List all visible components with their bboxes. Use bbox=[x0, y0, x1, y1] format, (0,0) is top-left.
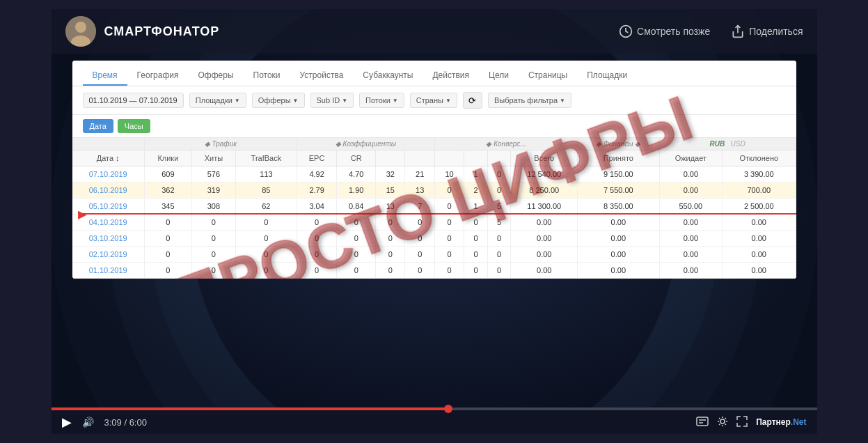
table-row: 07.10.2019 609 576 113 4.92 4.70 32 21 1… bbox=[72, 166, 796, 182]
table-row: 05.10.2019 345 308 62 3.04 0.84 13 7 0 1… bbox=[72, 199, 796, 215]
cursor-line bbox=[79, 213, 796, 215]
countries-filter[interactable]: Страны bbox=[410, 93, 457, 108]
table-col-header-row: Дата ↕ Клики Хиты TrafBack EPC CR Всего bbox=[72, 150, 796, 166]
th-c3 bbox=[434, 150, 464, 166]
header-actions: Смотреть позже Поделиться bbox=[619, 24, 803, 38]
th-accepted: Принято bbox=[578, 150, 660, 166]
share-button[interactable]: Поделиться bbox=[731, 24, 803, 38]
date-button[interactable]: Дата bbox=[83, 119, 113, 133]
share-icon bbox=[731, 24, 745, 38]
tab-platforms[interactable]: Площадки bbox=[577, 66, 637, 86]
tab-subaccounts[interactable]: Субаккаунты bbox=[353, 66, 423, 86]
tab-time[interactable]: Время bbox=[83, 66, 127, 86]
svg-point-1 bbox=[75, 22, 86, 33]
refresh-button[interactable]: ⟳ bbox=[463, 92, 482, 109]
cursor-arrow: ▶ bbox=[78, 208, 86, 221]
time-display: 3:09 / 6:00 bbox=[104, 417, 147, 428]
col-group-traffic: ◆ Трафик bbox=[144, 138, 297, 150]
col-group-conversions: ◆ Конверс... bbox=[434, 138, 577, 150]
table-group-header-row: ◆ Трафик ◆ Коэффициенты ◆ Конверс... ◆ Ф… bbox=[72, 138, 796, 150]
th-trafback: TrafBack bbox=[235, 150, 297, 166]
col-group-finances: ◆ Финансы ◆ bbox=[578, 138, 660, 150]
controls-row: ▶ 🔊 3:09 / 6:00 bbox=[52, 410, 817, 434]
th-hits: Хиты bbox=[191, 150, 235, 166]
th-c4 bbox=[464, 150, 488, 166]
share-label: Поделиться bbox=[749, 26, 803, 37]
settings-button[interactable] bbox=[717, 416, 728, 429]
subid-filter[interactable]: Sub ID bbox=[310, 93, 354, 108]
table-container: ▶ ◆ Трафик ◆ Коэффициенты ◆ Конверс... ◆… bbox=[72, 138, 796, 279]
channel-info: СМАРТФОНАТОР bbox=[65, 16, 220, 47]
video-header: СМАРТФОНАТОР Смотреть позже Поделиться bbox=[52, 9, 817, 54]
video-player: СМАРТФОНАТОР Смотреть позже Поделиться bbox=[52, 9, 817, 434]
table-row: 01.10.2019 0 0 0 0 0 0 0 0 0 0 0.00 bbox=[72, 263, 796, 279]
channel-name: СМАРТФОНАТОР bbox=[104, 24, 220, 39]
date-toggle-bar: Дата Часы bbox=[72, 115, 796, 138]
platforms-filter[interactable]: Площадки bbox=[189, 93, 246, 108]
th-cr: CR bbox=[337, 150, 376, 166]
data-table: ◆ Трафик ◆ Коэффициенты ◆ Конверс... ◆ Ф… bbox=[72, 138, 796, 279]
col-group-empty bbox=[72, 138, 145, 150]
hours-button[interactable]: Часы bbox=[118, 119, 150, 133]
tab-pages[interactable]: Страницы bbox=[519, 66, 577, 86]
date-range-picker[interactable]: 01.10.2019 — 07.10.2019 bbox=[83, 93, 184, 108]
fullscreen-button[interactable] bbox=[736, 416, 748, 429]
svg-rect-5 bbox=[697, 417, 708, 426]
th-clicks: Клики bbox=[144, 150, 191, 166]
tab-actions[interactable]: Действия bbox=[423, 66, 479, 86]
tab-goals[interactable]: Цели bbox=[479, 66, 519, 86]
nav-tabs: Время География Офферы Потоки Устройства… bbox=[72, 61, 796, 86]
col-group-currency: RUB USD bbox=[659, 138, 796, 150]
tab-geography[interactable]: География bbox=[127, 66, 189, 86]
avatar bbox=[65, 16, 96, 47]
th-c2 bbox=[405, 150, 434, 166]
progress-fill bbox=[52, 407, 450, 410]
tab-devices[interactable]: Устройства bbox=[290, 66, 354, 86]
controls-right: Партнер.Net bbox=[696, 416, 806, 429]
col-group-coefficients: ◆ Коэффициенты bbox=[297, 138, 434, 150]
screen-capture: Время География Офферы Потоки Устройства… bbox=[72, 61, 796, 279]
select-filter[interactable]: Выбрать фильтра bbox=[488, 93, 571, 108]
site-watermark: Партнер.Net bbox=[756, 417, 806, 427]
streams-filter[interactable]: Потоки bbox=[359, 93, 404, 108]
svg-point-8 bbox=[720, 419, 725, 423]
offers-filter[interactable]: Офферы bbox=[252, 93, 305, 108]
watch-later-label: Смотреть позже bbox=[637, 26, 710, 37]
table-row: 02.10.2019 0 0 0 0 0 0 0 0 0 0 0.00 bbox=[72, 247, 796, 263]
controls-left: ▶ 🔊 3:09 / 6:00 bbox=[62, 414, 147, 430]
th-c5 bbox=[487, 150, 511, 166]
th-c1 bbox=[376, 150, 405, 166]
th-pending: Ожидает bbox=[659, 150, 723, 166]
table-row: 03.10.2019 0 0 0 0 0 0 0 0 0 0 0.00 bbox=[72, 231, 796, 247]
th-epc: EPC bbox=[297, 150, 336, 166]
table-row: 06.10.2019 362 319 85 2.79 1.90 15 13 0 … bbox=[72, 182, 796, 199]
clock-icon bbox=[619, 24, 633, 38]
watch-later-button[interactable]: Смотреть позже bbox=[619, 24, 710, 38]
th-total: Всего bbox=[511, 150, 578, 166]
th-date: Дата ↕ bbox=[72, 150, 145, 166]
volume-button[interactable]: 🔊 bbox=[82, 417, 94, 428]
tab-streams[interactable]: Потоки bbox=[244, 66, 290, 86]
captions-button[interactable] bbox=[696, 417, 709, 428]
tab-offers[interactable]: Офферы bbox=[188, 66, 243, 86]
filter-bar: 01.10.2019 — 07.10.2019 Площадки Офферы … bbox=[72, 86, 796, 115]
video-content: Время География Офферы Потоки Устройства… bbox=[52, 54, 817, 407]
table-row: 04.10.2019 0 0 0 0 0 0 0 0 0 5 0.00 bbox=[72, 215, 796, 231]
play-button[interactable]: ▶ bbox=[62, 414, 72, 430]
video-controls: ▶ 🔊 3:09 / 6:00 bbox=[52, 407, 817, 434]
th-rejected: Отклонено bbox=[723, 150, 796, 166]
progress-bar[interactable] bbox=[52, 407, 817, 410]
